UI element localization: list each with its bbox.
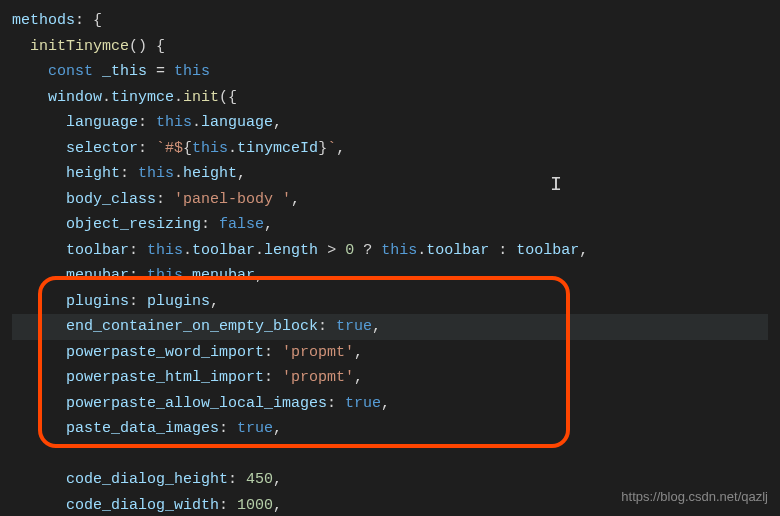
code-line: powerpaste_allow_local_images: true, — [12, 391, 768, 417]
property: powerpaste_word_import — [66, 344, 264, 361]
code-line: paste_data_images: true, — [12, 416, 768, 442]
property: paste_data_images — [66, 420, 219, 437]
variable: toolbar — [192, 242, 255, 259]
keyword-this: this — [174, 63, 210, 80]
variable: _this — [102, 63, 147, 80]
variable: window — [48, 89, 102, 106]
string-literal: ` — [327, 140, 336, 157]
keyword-false: false — [219, 216, 264, 233]
code-line: height: this.height, — [12, 161, 768, 187]
operator: ? — [363, 242, 372, 259]
number: 0 — [345, 242, 354, 259]
string-literal: 'propmt' — [282, 344, 354, 361]
property: height — [66, 165, 120, 182]
code-line: const _this = this — [12, 59, 768, 85]
keyword-const: const — [48, 63, 93, 80]
code-line: body_class: 'panel-body ', — [12, 187, 768, 213]
property: end_container_on_empty_block — [66, 318, 318, 335]
property: powerpaste_html_import — [66, 369, 264, 386]
operator: : — [498, 242, 507, 259]
code-line: methods: { — [12, 8, 768, 34]
property: language — [66, 114, 138, 131]
code-line: menubar: this.menubar, — [12, 263, 768, 289]
variable: tinymceId — [237, 140, 318, 157]
property: methods — [12, 12, 75, 29]
variable: toolbar — [516, 242, 579, 259]
variable: tinymce — [111, 89, 174, 106]
variable: toolbar — [426, 242, 489, 259]
property: menubar — [66, 267, 129, 284]
property: powerpaste_allow_local_images — [66, 395, 327, 412]
keyword-this: this — [156, 114, 192, 131]
code-line-active: end_container_on_empty_block: true, — [12, 314, 768, 340]
property: object_resizing — [66, 216, 201, 233]
keyword-this: this — [192, 140, 228, 157]
function-name: initTinymce — [30, 38, 129, 55]
keyword-true: true — [336, 318, 372, 335]
keyword-true: true — [237, 420, 273, 437]
code-line: initTinymce() { — [12, 34, 768, 60]
code-line — [12, 442, 768, 468]
variable: menubar — [192, 267, 255, 284]
code-line: toolbar: this.toolbar.length > 0 ? this.… — [12, 238, 768, 264]
property: selector — [66, 140, 138, 157]
property: code_dialog_width — [66, 497, 219, 514]
code-editor[interactable]: methods: { initTinymce() { const _this =… — [0, 0, 780, 516]
string-literal: 'propmt' — [282, 369, 354, 386]
code-line: object_resizing: false, — [12, 212, 768, 238]
keyword-this: this — [147, 267, 183, 284]
keyword-this: this — [147, 242, 183, 259]
watermark-text: https://blog.csdn.net/qazlj — [621, 486, 768, 508]
property: toolbar — [66, 242, 129, 259]
number: 1000 — [237, 497, 273, 514]
code-line: powerpaste_word_import: 'propmt', — [12, 340, 768, 366]
keyword-true: true — [345, 395, 381, 412]
variable: language — [201, 114, 273, 131]
string-literal: `#$ — [156, 140, 183, 157]
code-line: selector: `#${this.tinymceId}`, — [12, 136, 768, 162]
property: plugins — [66, 293, 129, 310]
property: body_class — [66, 191, 156, 208]
operator: > — [327, 242, 336, 259]
code-line: powerpaste_html_import: 'propmt', — [12, 365, 768, 391]
keyword-this: this — [381, 242, 417, 259]
variable: length — [264, 242, 318, 259]
property: code_dialog_height — [66, 471, 228, 488]
string-literal: 'panel-body ' — [174, 191, 291, 208]
code-line: language: this.language, — [12, 110, 768, 136]
variable: height — [183, 165, 237, 182]
keyword-this: this — [138, 165, 174, 182]
code-line: plugins: plugins, — [12, 289, 768, 315]
number: 450 — [246, 471, 273, 488]
method: init — [183, 89, 219, 106]
variable: plugins — [147, 293, 210, 310]
code-line: window.tinymce.init({ — [12, 85, 768, 111]
